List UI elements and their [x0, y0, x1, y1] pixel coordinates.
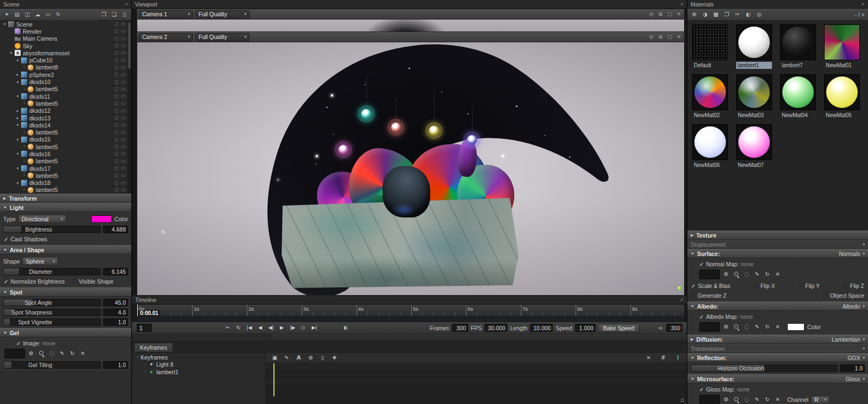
tree-item-dksds15[interactable]: ▾dksds15	[0, 136, 131, 143]
visibility-icon[interactable]	[121, 145, 126, 148]
tree-item-psphere2[interactable]: ▸pSphere2	[0, 71, 131, 78]
section-light[interactable]: ▼ Light	[0, 203, 131, 212]
to-end-icon[interactable]: ▶|	[311, 324, 318, 331]
lock-icon[interactable]	[115, 29, 118, 33]
section-transform[interactable]: ▶ Transform	[0, 194, 131, 203]
pencil-icon[interactable]: ✎	[59, 350, 66, 357]
split-icon[interactable]: ⊞	[657, 34, 664, 41]
maximize-icon[interactable]: ▢	[666, 34, 673, 41]
lock-icon[interactable]	[115, 109, 118, 113]
visibility-icon[interactable]	[121, 124, 126, 126]
globe-icon[interactable]: ◎	[756, 11, 763, 18]
search-icon[interactable]	[733, 271, 740, 278]
gel-image-row[interactable]: ✓ Image: none	[0, 338, 131, 347]
trash-icon[interactable]: ▯	[121, 11, 128, 18]
section-area-shape[interactable]: ▼ Area / Shape	[0, 245, 131, 254]
gear-icon[interactable]: ⚙	[723, 271, 730, 278]
split-icon[interactable]: ⊞	[657, 11, 664, 18]
prev-icon[interactable]: ◀	[257, 324, 264, 331]
autokey-icon[interactable]: A	[295, 354, 302, 361]
folder-plus-icon[interactable]: ❏	[111, 11, 118, 18]
tree-item-lambert5[interactable]: └lambert5	[0, 172, 131, 179]
visibility-icon[interactable]	[121, 23, 126, 25]
shape-dropdown[interactable]: Sphere	[22, 257, 58, 265]
tree-item-render[interactable]: Render	[0, 28, 131, 35]
lock-icon[interactable]	[115, 94, 118, 98]
search-icon[interactable]	[733, 396, 740, 403]
sphere-icon[interactable]: ◑	[701, 11, 709, 18]
light-ball-cyan[interactable]	[360, 108, 372, 120]
close-icon[interactable]: ✕	[79, 350, 86, 357]
close-icon[interactable]: ✕	[645, 354, 652, 361]
timeline-ruler[interactable]: 0s1s2s3s4s5s6s7s8s9s	[137, 304, 685, 316]
pencil-icon[interactable]: ✎	[283, 354, 290, 361]
material-NewMat01[interactable]: NewMat01	[824, 24, 860, 69]
spot-sharpness-slider[interactable]: Spot Sharpness 4.0	[0, 307, 131, 317]
tree-item-dksds12[interactable]: ▸dksds12	[0, 107, 131, 114]
dropper-icon[interactable]: ◌	[743, 324, 750, 331]
tree-item-scene[interactable]: ▾Scene	[0, 21, 131, 28]
albedo-map-row[interactable]: ✓ Albedo Map: none	[687, 312, 868, 320]
lock-icon[interactable]	[115, 188, 118, 192]
kf-item-keyframes[interactable]: –Keyframes	[132, 354, 265, 361]
visibility-icon[interactable]	[121, 88, 126, 91]
undock-icon[interactable]: ↗	[679, 297, 684, 303]
lock-icon[interactable]	[115, 44, 118, 48]
visibility-icon[interactable]	[121, 66, 126, 69]
frames-field[interactable]: 300	[452, 324, 468, 332]
visibility-icon[interactable]	[121, 189, 126, 191]
quality1-dropdown[interactable]: Full Quality	[195, 10, 250, 18]
step-back-icon[interactable]: ◀|	[267, 324, 275, 331]
light-ball-salmon[interactable]	[390, 121, 402, 133]
tree-item-dksds16[interactable]: ▾dksds16	[0, 150, 131, 157]
tree-item-lambert5[interactable]: └lambert5	[0, 158, 131, 165]
gear-icon[interactable]: ⚙	[723, 324, 730, 331]
refresh-icon[interactable]: ↻	[69, 350, 76, 357]
gear-icon[interactable]: ⚙	[723, 396, 730, 403]
link-icon[interactable]: ∞	[657, 324, 664, 331]
home-icon[interactable]: ⌂	[680, 396, 684, 403]
visibility-icon[interactable]	[121, 37, 126, 40]
section-diffusion[interactable]: ▶ Diffusion: Lambertian	[687, 335, 868, 344]
visibility-icon[interactable]	[121, 131, 126, 134]
kf-item-lambert1[interactable]: ·●lambert1	[132, 368, 265, 376]
material-NewMat06[interactable]: NewMat06	[692, 124, 728, 169]
albedo-map-slot[interactable]	[699, 322, 720, 332]
material-NewMat03[interactable]: NewMat03	[736, 74, 772, 119]
step-fwd-icon[interactable]: |▶	[289, 324, 296, 331]
spot-angle-value-field[interactable]: 45.0	[103, 299, 128, 306]
horizon-occlusion-value-field[interactable]: 1.0	[840, 364, 865, 372]
visibility-icon[interactable]	[121, 59, 126, 62]
lock-icon[interactable]	[115, 152, 118, 156]
gel-tiling-value-field[interactable]: 1.0	[103, 361, 128, 369]
horizon-occlusion-slider[interactable]: Horizon Occlusion 1.0	[687, 363, 868, 373]
lock-icon[interactable]	[115, 145, 118, 149]
lock-icon[interactable]	[115, 22, 118, 26]
viewport1-sliver[interactable]	[137, 20, 685, 31]
section-displacement[interactable]: Displacement:	[687, 240, 868, 249]
tree-item-pcube10[interactable]: ▾pCube10	[0, 56, 131, 63]
scale-bias-checkbox[interactable]: ✓Scale & Bias	[691, 283, 730, 289]
surface-mode-dropdown[interactable]: Normals	[839, 251, 865, 257]
visibility-icon[interactable]	[121, 117, 126, 119]
to-start-icon[interactable]: |◀	[246, 324, 253, 331]
visible-shape-checkbox[interactable]: Visible Shape	[72, 278, 113, 285]
play-to-icon[interactable]: ▷	[300, 324, 307, 331]
lock-icon[interactable]	[115, 159, 118, 163]
loop-end-field[interactable]: 300	[666, 324, 682, 332]
refresh-icon[interactable]: ↻	[764, 396, 771, 403]
lock-icon[interactable]	[115, 138, 118, 142]
settings-icon[interactable]: ◎	[648, 34, 655, 41]
undock-icon[interactable]: ↗	[679, 2, 684, 7]
undock-icon[interactable]: ↗	[124, 2, 128, 7]
object-space-checkbox[interactable]: Object Space	[824, 292, 864, 299]
visibility-icon[interactable]	[121, 30, 126, 33]
material-Default[interactable]: Default	[692, 24, 728, 69]
microsurface-mode-dropdown[interactable]: Gloss	[846, 376, 865, 382]
material-lambert1[interactable]: lambert1	[736, 24, 772, 69]
material-NewMat07[interactable]: NewMat07	[736, 124, 772, 169]
length-field[interactable]: 10.000	[530, 324, 553, 332]
viewport-panel-tab[interactable]: Viewport ↗	[132, 0, 687, 9]
timeline-panel-tab[interactable]: Timeline ↗	[132, 296, 687, 304]
cast-shadows-checkbox[interactable]: ✓Cast Shadows	[4, 236, 47, 242]
